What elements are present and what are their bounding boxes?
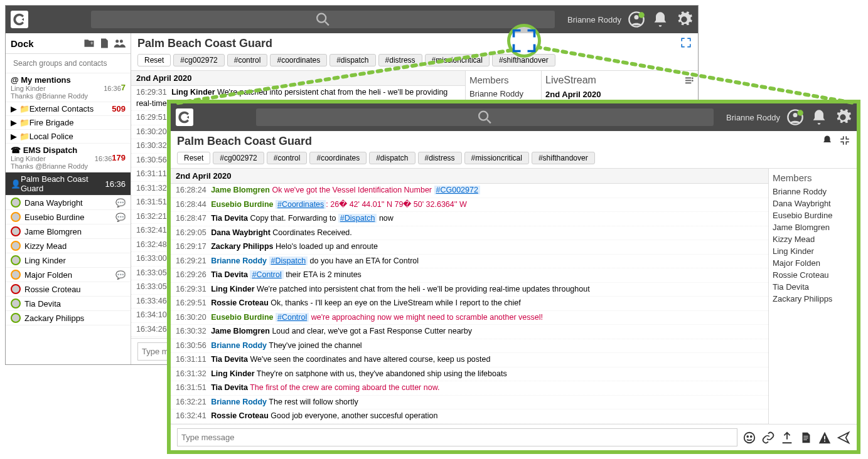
hashtag-filter[interactable]: #missioncritical	[464, 152, 529, 164]
dock-person[interactable]: Rossie Croteau	[6, 282, 131, 297]
message: 16:31:11 Tia Devita We've seen the coord…	[171, 353, 768, 367]
avatar	[11, 313, 21, 323]
avatar	[11, 255, 21, 265]
dock-folder[interactable]: ▶ 📁 External Contacts509	[6, 102, 131, 116]
document-icon[interactable]	[799, 431, 813, 445]
folder-plus-icon[interactable]: +	[83, 37, 95, 50]
member[interactable]: Ling Kinder	[773, 245, 853, 257]
dock-person[interactable]: Tia Devita	[6, 297, 131, 311]
gear-icon[interactable]	[675, 11, 693, 28]
profile-icon[interactable]	[786, 108, 804, 126]
user-name[interactable]: Brianne Roddy	[726, 113, 780, 122]
message: 16:29:51 Rossie Croteau Ok, thanks - I'l…	[171, 297, 768, 311]
hashtag-filter[interactable]: #distress	[378, 54, 422, 66]
chat-icon: 💬	[115, 270, 126, 280]
topbar: Brianne Roddy	[6, 6, 698, 33]
livestream-settings-icon[interactable]	[684, 75, 694, 85]
bell-icon[interactable]	[822, 135, 833, 146]
alert-icon[interactable]	[818, 431, 832, 445]
dock-selected[interactable]: 👤 Palm Beach Coast Guard 16:36	[6, 172, 131, 196]
svg-rect-23	[803, 436, 808, 436]
gear-icon[interactable]	[834, 108, 852, 126]
profile-icon[interactable]	[628, 11, 645, 28]
member[interactable]: Major Folden	[773, 257, 853, 269]
people-icon[interactable]	[113, 37, 126, 50]
member[interactable]: Tia Devita	[773, 281, 853, 293]
message: 16:29:17 Zackary Philipps Helo's loaded …	[171, 240, 768, 255]
member[interactable]: Rossie Croteau	[773, 269, 853, 281]
app-logo[interactable]	[11, 11, 28, 28]
svg-line-1	[325, 22, 329, 26]
topbar-search[interactable]	[256, 108, 714, 126]
hashtag-filter[interactable]: #control	[267, 152, 308, 164]
user-name[interactable]: Brianne Roddy	[567, 15, 621, 24]
date-header: 2nd April 2020	[131, 71, 465, 86]
hashtag-filter[interactable]: #coordinates	[309, 152, 367, 164]
member[interactable]: Kizzy Mead	[773, 233, 853, 245]
dock-person[interactable]: Jame Blomgren	[6, 224, 131, 239]
message: 16:28:24 Jame Blomgren Ok we've got the …	[171, 184, 768, 198]
hashtag-filter[interactable]: #cg002972	[213, 152, 264, 164]
link-icon[interactable]	[761, 431, 775, 445]
emoji-icon[interactable]	[742, 431, 756, 445]
avatar	[11, 198, 21, 208]
hashtag-filter[interactable]: #dispatch	[369, 152, 415, 164]
hashtag-filter[interactable]: #cg002972	[173, 54, 224, 66]
expand-icon[interactable]	[680, 37, 692, 48]
reset-button[interactable]: Reset	[137, 54, 171, 66]
svg-rect-8	[685, 77, 691, 78]
bell-icon[interactable]	[651, 11, 669, 28]
member[interactable]: Dana Waybright	[773, 198, 853, 209]
hashtag-filter[interactable]: #shifthandover	[532, 152, 595, 164]
file-icon[interactable]	[98, 37, 110, 50]
hashtag-filter[interactable]: #dispatch	[330, 54, 375, 66]
bell-icon[interactable]	[810, 108, 828, 126]
dock-panel: Dock + @ My mentions Ling Kinder 16:36 T…	[6, 33, 131, 364]
chat-icon: 💬	[115, 213, 126, 222]
message: 16:32:21 Brianne Roddy The rest will fol…	[171, 396, 768, 410]
dock-person[interactable]: Major Folden💬	[6, 268, 131, 282]
dock-folder[interactable]: ▶ 📁 Fire Brigade	[6, 116, 131, 130]
dock-person[interactable]: Eusebio Burdine💬	[6, 210, 131, 224]
svg-point-3	[635, 15, 639, 19]
svg-point-18	[793, 113, 798, 117]
svg-rect-9	[685, 80, 691, 81]
dock-person[interactable]: Dana Waybright💬	[6, 196, 131, 210]
svg-point-4	[639, 12, 645, 18]
member[interactable]: Brianne Roddy	[773, 186, 853, 198]
hashtag-filter[interactable]: #control	[227, 54, 268, 66]
avatar	[11, 298, 21, 309]
hashtag-filter[interactable]: #distress	[418, 152, 462, 164]
dock-ems[interactable]: ☎ EMS Dispatch Ling Kinder 16:36 Thanks …	[6, 144, 131, 172]
dock-person[interactable]: Kizzy Mead	[6, 239, 131, 253]
message: 16:28:47 Tia Devita Copy that. Forwardin…	[171, 212, 768, 226]
member[interactable]: Jame Blomgren	[773, 221, 853, 233]
dock-mentions[interactable]: @ My mentions Ling Kinder 16:36 Thanks @…	[6, 73, 131, 102]
avatar	[11, 226, 21, 236]
topbar-search[interactable]	[91, 11, 555, 28]
hashtag-filter[interactable]: #missioncritical	[425, 54, 490, 66]
member[interactable]: Eusebio Burdine	[773, 209, 853, 221]
dock-search[interactable]	[6, 54, 131, 73]
upload-icon[interactable]	[780, 431, 794, 445]
message-input[interactable]	[177, 428, 737, 446]
svg-point-22	[751, 436, 752, 437]
svg-point-21	[747, 436, 748, 437]
member[interactable]: Zackary Philipps	[773, 293, 853, 305]
member[interactable]: Brianne Roddy	[469, 88, 537, 100]
dock-person[interactable]: Zackary Philipps	[6, 311, 131, 325]
app-logo[interactable]	[176, 108, 193, 126]
svg-line-16	[487, 120, 491, 124]
svg-rect-25	[803, 439, 807, 440]
collapse-icon[interactable]	[839, 135, 850, 146]
dock-search-input[interactable]	[11, 56, 126, 70]
message: 16:29:05 Dana Waybright Coordinates Rece…	[171, 226, 768, 241]
reset-button[interactable]: Reset	[177, 152, 210, 164]
members-title: Members	[469, 75, 537, 85]
dock-person[interactable]: Ling Kinder	[6, 253, 131, 268]
hashtag-filter[interactable]: #coordinates	[270, 54, 327, 66]
message: 16:31:32 Ling Kinder They're on satphone…	[171, 367, 768, 382]
channel-title: Palm Beach Coast Guard	[177, 135, 312, 148]
send-icon[interactable]	[837, 431, 850, 445]
dock-folder[interactable]: ▶ 📁 Local Police	[6, 130, 131, 144]
